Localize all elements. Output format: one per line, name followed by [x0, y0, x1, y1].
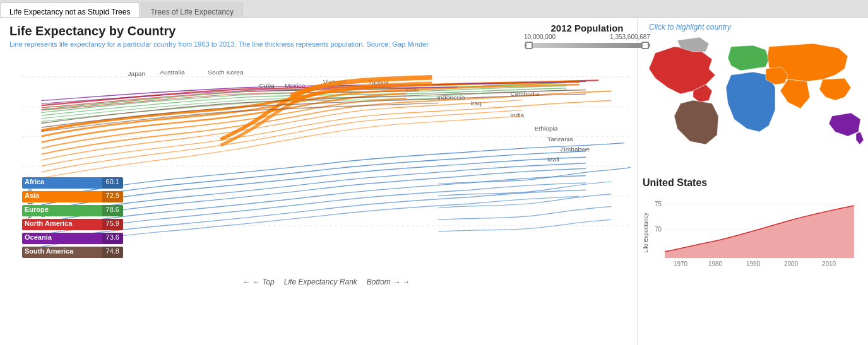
legend-asia-label: Asia: [22, 191, 102, 202]
map-india[interactable]: [780, 79, 810, 108]
x-bottom-label: Bottom →: [367, 278, 400, 286]
legend-asia-value: 72.9: [102, 191, 123, 202]
legend-africa: Africa 60.1: [22, 177, 123, 189]
map-africa[interactable]: [726, 72, 775, 132]
us-chart-svg: 75 70 Life Expectancy 1970 1980 1990 200…: [643, 192, 857, 274]
legend-europe: Europe 78.6: [22, 205, 123, 216]
us-chart-title: United States: [643, 177, 863, 189]
pop-title: 2012 Population: [524, 23, 650, 33]
map-hint[interactable]: Click to highlight country: [649, 23, 863, 32]
legend-europe-label: Europe: [22, 205, 102, 216]
right-panel: Click to highlight country: [638, 18, 868, 345]
world-map-svg[interactable]: [643, 34, 868, 160]
main-chart-panel: Life Expectancy by Country Line represen…: [0, 18, 638, 345]
tab-bar: Life Expectancy not as Stupid Trees Tree…: [0, 0, 868, 18]
content-area: Life Expectancy by Country Line represen…: [0, 18, 868, 345]
us-chart: 75 70 Life Expectancy 1970 1980 1990 200…: [643, 192, 863, 274]
svg-text:South Korea: South Korea: [208, 69, 244, 76]
x-top-label: ← Top: [253, 278, 275, 286]
legend-oceania: Oceania 73.6: [22, 233, 123, 244]
legend-europe-value: 78.6: [102, 205, 123, 216]
app-container: Life Expectancy not as Stupid Trees Tree…: [0, 0, 868, 345]
x-axis-label: Life Expectancy Rank: [284, 278, 357, 286]
legend-oceania-value: 73.6: [102, 233, 123, 244]
map-south-america[interactable]: [674, 100, 718, 144]
svg-text:Tanzania: Tanzania: [547, 136, 573, 143]
svg-text:75: 75: [655, 201, 662, 208]
map-section: Click to highlight country: [643, 23, 863, 174]
svg-text:2010: 2010: [822, 260, 836, 267]
pop-slider-track[interactable]: [524, 43, 650, 48]
pop-subtitle: 10,000,000 1,353,600,687: [524, 33, 650, 40]
pop-slider-left-handle[interactable]: [525, 42, 533, 49]
legend-south-america-value: 74.8: [102, 247, 123, 258]
legend-north-america-label: North America: [22, 219, 102, 230]
legend-asia: Asia 72.9: [22, 191, 123, 202]
tab-life-expectancy[interactable]: Life Expectancy not as Stupid Trees: [0, 3, 140, 17]
x-axis-arrow-left: ← ← Top: [243, 278, 275, 286]
legend: Africa 60.1 Asia 72.9 Europe 78.6 North …: [22, 177, 123, 258]
svg-text:1990: 1990: [746, 260, 761, 267]
svg-text:India: India: [510, 112, 525, 119]
svg-text:70: 70: [655, 226, 662, 233]
legend-north-america-value: 75.9: [102, 219, 123, 230]
tab-trees[interactable]: Trees of Life Expectancy: [141, 3, 243, 17]
svg-text:Australia: Australia: [160, 69, 185, 76]
map-europe[interactable]: [728, 45, 769, 71]
map-oceania[interactable]: [829, 113, 860, 136]
x-axis-arrow-right: Bottom → →: [367, 278, 410, 286]
legend-africa-value: 60.1: [102, 177, 123, 189]
legend-oceania-label: Oceania: [22, 233, 102, 244]
map-southeast-asia[interactable]: [819, 78, 851, 100]
map-container[interactable]: [643, 34, 863, 167]
svg-text:Life Expectancy: Life Expectancy: [643, 213, 649, 253]
population-section: 2012 Population 10,000,000 1,353,600,687: [524, 23, 650, 48]
svg-text:2000: 2000: [784, 260, 799, 267]
svg-text:Ethiopia: Ethiopia: [535, 125, 558, 132]
map-new-zealand[interactable]: [856, 132, 864, 144]
chart-area: Life Expectancy 80 70 60 50 40: [9, 53, 631, 293]
legend-north-america: North America 75.9: [22, 219, 123, 230]
pop-min: 10,000,000: [524, 33, 556, 40]
legend-africa-label: Africa: [22, 177, 102, 189]
legend-south-america: South America 74.8: [22, 247, 123, 258]
svg-text:1970: 1970: [674, 260, 688, 267]
svg-text:Japan: Japan: [128, 70, 145, 77]
us-section: United States 75 70 Life Expectancy 19: [643, 174, 863, 340]
svg-text:1980: 1980: [708, 260, 723, 267]
legend-south-america-label: South America: [22, 247, 102, 258]
